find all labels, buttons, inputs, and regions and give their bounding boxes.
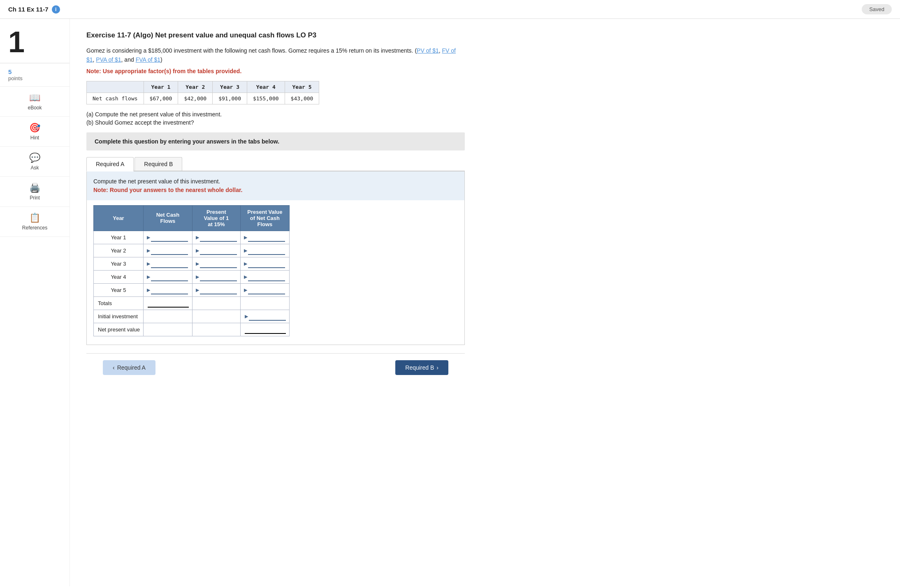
arrow-ncf-y4: ▶ [147, 274, 150, 280]
input-pvncf-year5[interactable] [248, 286, 285, 294]
sidebar-item-ebook[interactable]: 📖 eBook [0, 87, 70, 117]
cell-pvncf-totals [240, 296, 289, 310]
table-row-year5: Year 5 ▶ ▶ [94, 283, 290, 296]
cell-pv-year3: ▶ [192, 257, 240, 270]
input-ncf-year2[interactable] [151, 246, 188, 255]
hint-label: Hint [30, 135, 39, 141]
input-pvncf-npv[interactable] [245, 325, 286, 334]
cf-year1: $67,000 [144, 93, 178, 104]
arrow-ncf-y2: ▶ [147, 248, 150, 253]
input-pvncf-initial[interactable] [249, 312, 286, 321]
input-ncf-year1[interactable] [151, 233, 188, 242]
input-pvncf-year3[interactable] [248, 259, 285, 268]
ans-header-pvncf: Present Valueof Net CashFlows [240, 205, 289, 231]
cf-year4: $155,000 [247, 93, 285, 104]
cell-ncf-npv [143, 323, 192, 336]
sidebar-tools: 📖 eBook 🎯 Hint 💬 Ask 🖨️ Print 📋 Referenc… [0, 87, 70, 237]
arrow-pvncf-y4: ▶ [244, 274, 247, 280]
saved-badge: Saved [862, 4, 892, 14]
points-label: points [8, 75, 61, 81]
arrow-ncf-y5: ▶ [147, 287, 150, 293]
row-label-initial: Initial investment [94, 310, 144, 323]
question-number: 1 [0, 19, 70, 63]
arrow-pvncf-initial: ▶ [245, 314, 248, 319]
row-label-totals: Totals [94, 296, 144, 310]
hint-icon: 🎯 [29, 123, 40, 133]
sidebar-item-ask[interactable]: 💬 Ask [0, 147, 70, 177]
content-area: Exercise 11-7 (Algo) Net present value a… [70, 19, 481, 586]
input-ncf-year3[interactable] [151, 259, 188, 268]
cf-header-year3: Year 3 [213, 81, 247, 93]
cf-label: Net cash flows [87, 93, 144, 104]
next-icon: › [436, 364, 438, 371]
sidebar-item-print[interactable]: 🖨️ Print [0, 177, 70, 207]
instruction-box: Complete this question by entering your … [86, 132, 465, 150]
input-pv-year3[interactable] [200, 259, 237, 268]
next-button[interactable]: Required B › [395, 360, 448, 375]
arrow-pv-y2: ▶ [196, 248, 199, 253]
input-ncf-year5[interactable] [151, 286, 188, 294]
answer-table: Year Net CashFlows PresentValue of 1at 1… [93, 205, 290, 336]
cf-header-empty [87, 81, 144, 93]
tab-required-b[interactable]: Required B [135, 157, 182, 171]
link-pv1[interactable]: PV of $1 [417, 47, 439, 54]
print-label: Print [30, 195, 40, 201]
next-label: Required B [405, 364, 434, 371]
cell-pv-year4: ▶ [192, 270, 240, 283]
ebook-label: eBook [28, 105, 42, 111]
prev-button[interactable]: ‹ Required A [103, 360, 155, 375]
problem-text: Gomez is considering a $185,000 investme… [86, 46, 465, 65]
table-row-year3: Year 3 ▶ ▶ [94, 257, 290, 270]
cell-pv-totals [192, 296, 240, 310]
cell-pvncf-npv [240, 323, 289, 336]
table-row-initial-investment: Initial investment ▶ [94, 310, 290, 323]
cf-row-netcashflows: Net cash flows $67,000 $42,000 $91,000 $… [87, 93, 319, 104]
ans-header-year: Year [94, 205, 144, 231]
tab-a-instruction-text: Compute the net present value of this in… [93, 178, 220, 185]
input-pv-year2[interactable] [200, 246, 237, 255]
cell-pv-initial [192, 310, 240, 323]
tab-a-instruction: Compute the net present value of this in… [87, 171, 464, 200]
arrow-pv-y5: ▶ [196, 287, 199, 293]
cell-pvncf-year1: ▶ [240, 231, 289, 244]
link-fva1[interactable]: FVA of $1 [136, 56, 160, 63]
cell-ncf-year1: ▶ [143, 231, 192, 244]
arrow-pvncf-y1: ▶ [244, 235, 247, 240]
arrow-pv-y3: ▶ [196, 261, 199, 266]
row-label-npv: Net present value [94, 323, 144, 336]
cf-header-year5: Year 5 [285, 81, 319, 93]
cf-header-year2: Year 2 [178, 81, 213, 93]
arrow-pvncf-y5: ▶ [244, 287, 247, 293]
table-row-net-present-value: Net present value [94, 323, 290, 336]
arrow-pv-y4: ▶ [196, 274, 199, 280]
info-icon[interactable]: i [52, 5, 60, 14]
top-bar: Ch 11 Ex 11-7 i Saved [0, 0, 900, 19]
input-pvncf-year1[interactable] [248, 233, 285, 242]
prev-label: Required A [117, 364, 146, 371]
cell-ncf-year5: ▶ [143, 283, 192, 296]
table-row-year4: Year 4 ▶ ▶ [94, 270, 290, 283]
link-pva1[interactable]: PVA of $1 [96, 56, 121, 63]
cell-ncf-totals [143, 296, 192, 310]
cf-year2: $42,000 [178, 93, 213, 104]
ans-header-pv: PresentValue of 1at 15% [192, 205, 240, 231]
sidebar-item-hint[interactable]: 🎯 Hint [0, 117, 70, 147]
cell-pvncf-year3: ▶ [240, 257, 289, 270]
cell-pvncf-year2: ▶ [240, 244, 289, 257]
cell-ncf-year4: ▶ [143, 270, 192, 283]
input-pvncf-year4[interactable] [248, 273, 285, 281]
ask-label: Ask [30, 165, 39, 171]
ebook-icon: 📖 [29, 93, 40, 103]
input-ncf-year4[interactable] [151, 273, 188, 281]
tab-required-a[interactable]: Required A [86, 157, 134, 171]
input-pv-year5[interactable] [200, 286, 237, 294]
row-label-year4: Year 4 [94, 270, 144, 283]
tab-content-required-a: Compute the net present value of this in… [86, 171, 465, 345]
input-pvncf-year2[interactable] [248, 246, 285, 255]
table-row-year1: Year 1 ▶ ▶ [94, 231, 290, 244]
input-pv-year1[interactable] [200, 233, 237, 242]
sidebar-item-references[interactable]: 📋 References [0, 207, 70, 237]
input-ncf-totals[interactable] [148, 299, 189, 308]
input-pv-year4[interactable] [200, 273, 237, 281]
print-icon: 🖨️ [29, 183, 40, 193]
